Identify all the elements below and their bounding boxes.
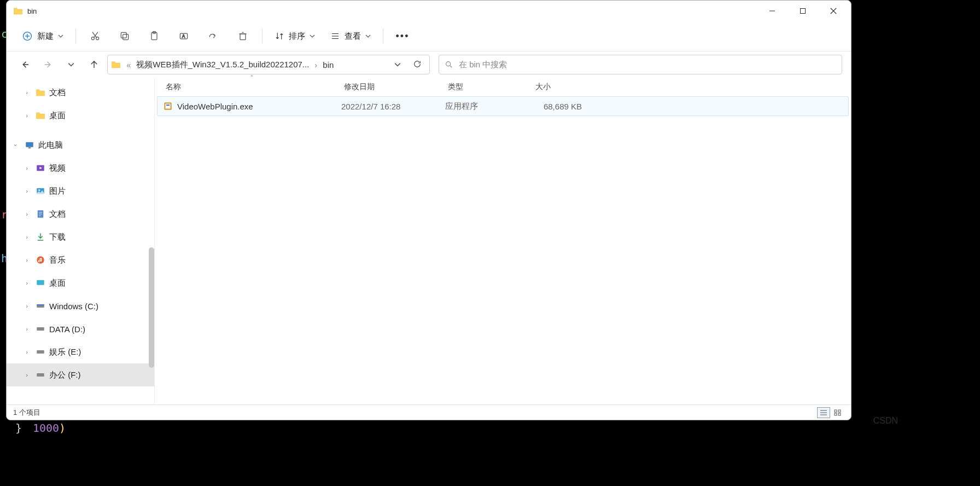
sidebar-item-drive-e[interactable]: ›娱乐 (E:): [7, 340, 154, 363]
svg-point-34: [37, 256, 44, 264]
details-view-button[interactable]: [817, 407, 830, 418]
chevron-right-icon: ›: [22, 257, 32, 263]
close-button[interactable]: [818, 1, 849, 21]
addressbar-dropdown[interactable]: [390, 60, 405, 70]
column-name[interactable]: 名称˄: [162, 82, 341, 92]
sidebar-item-music[interactable]: ›音乐: [7, 248, 154, 271]
address-bar[interactable]: « 视频WEB插件_Win32_V1.5.2_build20221207... …: [107, 55, 430, 74]
back-button[interactable]: [15, 55, 35, 74]
svg-rect-49: [835, 413, 837, 415]
chevron-right-icon: ›: [22, 89, 32, 96]
sidebar-item-thispc[interactable]: ›此电脑: [7, 134, 154, 157]
chevron-down-icon: [58, 33, 63, 39]
recent-button[interactable]: [61, 55, 81, 74]
svg-rect-43: [166, 105, 170, 106]
copy-button[interactable]: [112, 25, 137, 47]
chevron-right-icon: ›: [22, 234, 32, 240]
sort-indicator-icon: ˄: [250, 74, 253, 80]
sidebar-item-downloads[interactable]: ›下载: [7, 225, 154, 248]
file-list: 名称˄ 修改日期 类型 大小 VideoWebPlugin.exe 2022/1…: [154, 78, 851, 404]
column-date[interactable]: 修改日期: [341, 82, 445, 92]
sidebar-item-desktop2[interactable]: ›桌面: [7, 271, 154, 294]
svg-rect-17: [240, 34, 246, 40]
sidebar-item-drive-c[interactable]: ›Windows (C:): [7, 294, 154, 317]
svg-rect-48: [838, 410, 841, 412]
breadcrumb-current[interactable]: bin: [323, 60, 334, 70]
svg-rect-35: [37, 280, 44, 285]
sidebar-scrollbar[interactable]: [149, 247, 154, 368]
statusbar: 1 个项目: [7, 404, 851, 420]
view-button[interactable]: 查看: [325, 28, 376, 45]
svg-text:A: A: [182, 33, 185, 39]
sidebar-item-pictures[interactable]: ›图片: [7, 180, 154, 202]
svg-point-29: [38, 189, 40, 191]
chevron-down-icon: [365, 33, 371, 39]
share-button[interactable]: [201, 25, 226, 47]
up-button[interactable]: [84, 55, 104, 74]
paste-button[interactable]: [142, 25, 167, 47]
chevron-right-icon: ›: [22, 211, 32, 217]
forward-button[interactable]: [38, 55, 58, 74]
file-name: VideoWebPlugin.exe: [177, 102, 253, 111]
view-icon: [330, 31, 340, 41]
svg-rect-26: [28, 148, 31, 149]
svg-rect-42: [166, 104, 171, 109]
folder-icon: [111, 60, 121, 70]
maximize-button[interactable]: [788, 1, 818, 21]
chevron-right-icon: ›: [22, 372, 32, 378]
sidebar-item-documents[interactable]: ›文档: [7, 81, 154, 104]
breadcrumb-parent[interactable]: 视频WEB插件_Win32_V1.5.2_build20221207...: [136, 60, 309, 70]
more-button[interactable]: •••: [390, 25, 415, 47]
file-date: 2022/12/7 16:28: [341, 102, 445, 111]
sort-button[interactable]: 排序: [269, 28, 320, 45]
explorer-window: bin 新建 A 排序 查看 •••: [6, 0, 851, 420]
file-row[interactable]: VideoWebPlugin.exe 2022/12/7 16:28 应用程序 …: [157, 96, 849, 116]
new-label: 新建: [37, 31, 54, 42]
svg-point-23: [446, 62, 451, 66]
folder-icon: [13, 6, 23, 16]
item-count: 1 个项目: [13, 408, 40, 418]
minimize-button[interactable]: [757, 1, 788, 21]
navigation-row: « 视频WEB插件_Win32_V1.5.2_build20221207... …: [7, 51, 851, 78]
chevron-right-icon: ›: [22, 188, 32, 194]
chevron-right-icon: ›: [22, 165, 32, 171]
rename-button[interactable]: A: [171, 25, 196, 47]
file-size: 68,689 KB: [533, 102, 587, 111]
titlebar: bin: [7, 1, 851, 21]
chevron-down-icon: [310, 33, 315, 39]
svg-rect-1: [801, 9, 806, 14]
svg-rect-12: [121, 32, 126, 38]
sidebar-item-documents2[interactable]: ›文档: [7, 202, 154, 225]
installer-icon: [163, 101, 173, 111]
search-placeholder: 在 bin 中搜索: [459, 60, 507, 70]
chevron-down-icon: ›: [13, 140, 19, 150]
svg-rect-25: [26, 142, 33, 147]
chevron-right-icon: ›: [22, 326, 32, 332]
file-type: 应用程序: [445, 101, 533, 112]
column-headers: 名称˄ 修改日期 类型 大小: [155, 78, 851, 96]
cut-button[interactable]: [83, 25, 108, 47]
new-button[interactable]: 新建: [16, 27, 69, 45]
svg-rect-38: [37, 327, 44, 331]
search-input[interactable]: 在 bin 中搜索: [439, 55, 842, 74]
sidebar-item-drive-f[interactable]: ›办公 (F:): [7, 363, 154, 386]
refresh-button[interactable]: [409, 60, 426, 70]
column-type[interactable]: 类型: [445, 82, 532, 92]
toolbar: 新建 A 排序 查看 •••: [7, 21, 851, 51]
sidebar-item-videos[interactable]: ›视频: [7, 157, 154, 180]
chevron-right-icon: ›: [22, 112, 32, 119]
search-icon: [445, 60, 453, 69]
chevron-right-icon: ›: [22, 303, 32, 309]
chevron-right-icon: ›: [22, 280, 32, 286]
icons-view-button[interactable]: [831, 407, 844, 418]
svg-rect-37: [37, 304, 44, 305]
svg-rect-40: [37, 373, 44, 377]
chevron-right-icon: ›: [22, 349, 32, 355]
svg-line-24: [450, 66, 452, 67]
sidebar-item-desktop[interactable]: ›桌面: [7, 104, 154, 127]
svg-rect-47: [835, 410, 837, 412]
watermark: CSDN: [873, 416, 898, 426]
sidebar-item-drive-d[interactable]: ›DATA (D:): [7, 317, 154, 340]
column-size[interactable]: 大小: [532, 82, 587, 92]
delete-button[interactable]: [230, 25, 255, 47]
